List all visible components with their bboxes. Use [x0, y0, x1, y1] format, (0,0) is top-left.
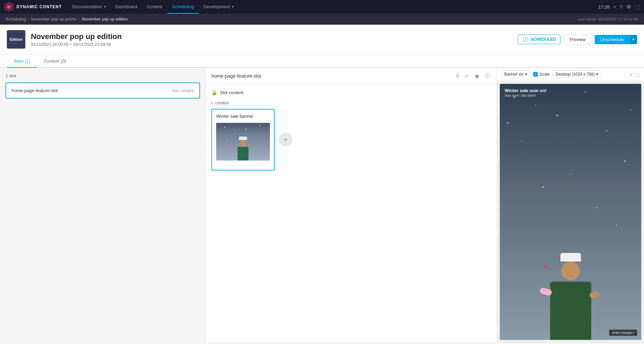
slot-name: home-page-feature-slot [12, 88, 58, 93]
svg-point-2 [8, 5, 10, 8]
nav-item-dashboard[interactable]: Dashboard [111, 0, 142, 14]
viz-select-label: Banner viz [504, 72, 524, 77]
user-icon[interactable]: ⬚ [635, 4, 640, 10]
page-title: November pop up edition [31, 32, 122, 41]
slot-content-text: Slot content [220, 90, 244, 95]
chevron-down-icon: ▾ [211, 101, 213, 105]
scheduled-badge: 🕐 SCHEDULED [518, 35, 560, 44]
snow-particle [246, 129, 247, 130]
nav-item-documentation[interactable]: Documentation ▾ [67, 0, 110, 14]
content-section-label: content [215, 101, 228, 105]
snow-particle [542, 186, 544, 188]
unschedule-dropdown-button[interactable]: ▾ [629, 35, 637, 44]
last-saved-info: Last saved: 05/10/2021 17:18 by Me [578, 17, 639, 21]
winter-text-overlay: Winter sale now on! Stay warm, stay styl… [505, 88, 547, 97]
winter-banner-preview: Winter sale now on! Stay warm, stay styl… [500, 84, 641, 340]
add-content-button[interactable]: + [279, 133, 293, 146]
snow-particle [259, 125, 260, 126]
snow-particle [571, 174, 572, 175]
breadcrumb-bar: Scheduling / November pop up promo / Nov… [0, 14, 644, 25]
snow-particle [227, 140, 227, 141]
preview-button[interactable]: Preview [564, 35, 591, 44]
chevron-down-icon: ▾ [104, 5, 106, 9]
breadcrumb-separator: / [78, 17, 79, 22]
unschedule-button[interactable]: Unschedule [595, 35, 629, 44]
person-hat [239, 137, 247, 140]
viz-select[interactable]: Banner viz ▾ [501, 71, 530, 78]
scheduled-label: SCHEDULED [530, 37, 556, 42]
brand-logo-area: DYNAMIC CONTENT [4, 2, 62, 12]
brand-icon [4, 2, 14, 12]
preview-content: Winter sale now on! Stay warm, stay styl… [500, 84, 641, 340]
snow-particle [224, 127, 225, 128]
edition-badge: Edition [7, 30, 25, 49]
check-icon[interactable]: ✓ [463, 72, 471, 80]
main-area: 1 slot home-page-feature-slot Has conten… [0, 68, 644, 343]
header-left: Edition November pop up edition 01/11/20… [7, 30, 122, 49]
person-body [238, 147, 249, 161]
nav-item-development[interactable]: Development ▾ [199, 0, 238, 14]
header-actions: 🕐 SCHEDULED Preview Unschedule ▾ [518, 35, 637, 44]
breadcrumb: Scheduling / November pop up promo / Nov… [5, 17, 128, 22]
snow-particle [596, 207, 597, 208]
preview-body [550, 282, 591, 340]
grab-bargain-button[interactable]: Grab a bargain › [609, 330, 637, 336]
external-link-icon[interactable]: ⬚ [636, 72, 640, 77]
help-icon[interactable]: ? [620, 4, 622, 10]
snow-particle [606, 130, 607, 131]
chevron-down-icon: ▾ [232, 5, 234, 9]
content-cards-row: Winter sale banner [211, 109, 491, 170]
tab-content[interactable]: Content (0) [37, 54, 73, 68]
snow-particle [624, 161, 626, 162]
resolution-select[interactable]: Desktop (1024 x 768) ▾ [553, 71, 602, 78]
snow-particle [235, 130, 236, 131]
preview-hat [560, 253, 581, 262]
breadcrumb-current: November pop up edition [82, 17, 128, 22]
clock-icon: 🕐 [522, 37, 528, 42]
expand-icon[interactable]: ⤢ [629, 72, 633, 77]
person-head [240, 140, 247, 147]
scale-checkbox[interactable]: ✓ [533, 72, 538, 77]
nav-item-content[interactable]: Content [142, 0, 167, 14]
snow-particle [535, 104, 536, 105]
top-navigation: DYNAMIC CONTENT Documentation ▾ Dashboar… [0, 0, 644, 14]
time-arrow-icon[interactable]: ▾ [614, 5, 616, 9]
lock-icon: 🔒 [211, 90, 217, 95]
content-card-title: Winter sale banner [216, 114, 270, 119]
tab-slots[interactable]: Slots (1) [7, 54, 37, 68]
resolution-label: Desktop (1024 x 768) [556, 72, 595, 77]
person-figure [234, 137, 252, 161]
chevron-down-icon: ▾ [596, 72, 598, 77]
slot-content-label: 🔒 Slot content [211, 90, 491, 95]
nav-items: Documentation ▾ Dashboard Content Schedu… [67, 0, 598, 14]
slot-header-actions: ⎘ ✓ ◉ ⓘ [455, 72, 491, 80]
snow-particle [616, 225, 617, 226]
winter-sale-subtitle: Stay warm, stay stylish [505, 94, 547, 97]
content-card-winter-banner[interactable]: Winter sale banner [211, 109, 275, 170]
snow-particle [521, 140, 522, 141]
eye-icon[interactable]: ◉ [473, 72, 481, 80]
slot-content-area: 🔒 Slot content ▾ content Winter sale ban… [206, 84, 497, 343]
snow-scene [216, 123, 270, 161]
slot-detail-panel: home-page-feature-slot ⎘ ✓ ◉ ⓘ 🔒 Slot co… [206, 68, 497, 343]
scale-checkbox-group: ✓ Scale [533, 72, 550, 77]
settings-icon[interactable]: ⚙ [627, 4, 631, 10]
winter-sale-title: Winter sale now on! [505, 88, 547, 93]
nav-item-scheduling[interactable]: Scheduling [167, 0, 199, 14]
content-section-header[interactable]: ▾ content [211, 101, 491, 105]
slot-detail-name: home-page-feature-slot [211, 73, 261, 79]
preview-head [561, 262, 580, 280]
snow-particle [556, 115, 558, 116]
breadcrumb-promo[interactable]: November pop up promo [31, 17, 77, 22]
snow-particle [507, 122, 508, 124]
info-icon[interactable]: ⓘ [483, 72, 491, 80]
header-info: November pop up edition 01/11/2021 00:00… [31, 32, 122, 47]
slot-has-content: Has content [172, 88, 194, 93]
copy-icon[interactable]: ⎘ [455, 72, 461, 79]
breadcrumb-scheduling[interactable]: Scheduling [5, 17, 26, 22]
tabs-bar: Slots (1) Content (0) [0, 54, 644, 68]
nav-right: 17:28 ▾ ? ⚙ ⬚ [598, 4, 640, 10]
winter-background: Winter sale now on! Stay warm, stay styl… [500, 84, 641, 340]
slot-card[interactable]: home-page-feature-slot Has content [5, 82, 200, 99]
nav-time: 17:28 [598, 4, 610, 10]
